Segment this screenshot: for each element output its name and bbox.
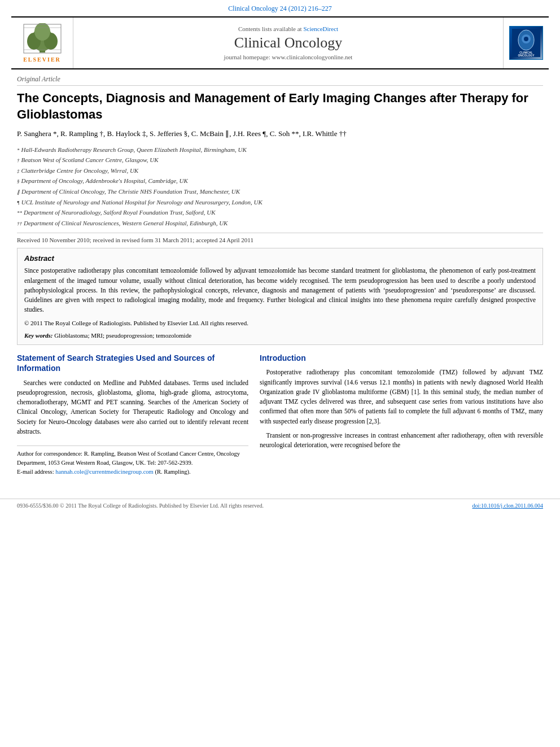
affil-text-6: UCL Institute of Neurology and National … [21, 198, 262, 208]
affil-sup-5: ‖ [17, 188, 20, 196]
abstract-section: Abstract Since postoperative radiotherap… [17, 248, 543, 345]
email-link[interactable]: hannah.cole@currentmedicinegroup.com [55, 469, 154, 475]
affil-text-3: Clatterbridge Centre for Oncology, Wirra… [21, 166, 139, 176]
affil-sup-3: ‡ [17, 167, 20, 175]
journal-logo-box: CLINICAL ONCOLOGY [509, 26, 543, 60]
affil-text-1: Hall-Edwards Radiotherapy Research Group… [21, 145, 247, 155]
science-direct-line: Contents lists available at ScienceDirec… [238, 25, 338, 32]
right-para-2: Transient or non-progressive increases i… [260, 431, 543, 451]
journal-homepage: journal homepage: www.clinicaloncologyon… [224, 54, 353, 60]
affil-sup-6: ¶ [17, 199, 20, 207]
affil-2: † Beatson West of Scotland Cancer Centre… [17, 155, 543, 165]
bottom-bar: 0936-6555/$36.00 © 2011 The Royal Colleg… [0, 499, 560, 512]
journal-title-header: Clinical Oncology [234, 34, 342, 51]
affiliations: * Hall-Edwards Radiotherapy Research Gro… [17, 145, 543, 229]
abstract-body: Since postoperative radiotherapy plus co… [24, 267, 536, 313]
journal-center-info: Contents lists available at ScienceDirec… [73, 18, 504, 68]
elsevier-logo: ELSEVIER [11, 18, 73, 68]
abstract-copyright: © 2011 The Royal College of Radiologists… [24, 318, 536, 328]
svg-point-4 [34, 23, 50, 41]
abstract-text: Since postoperative radiotherapy plus co… [24, 266, 536, 327]
affil-sup-1: * [17, 146, 20, 154]
affil-1: * Hall-Edwards Radiotherapy Research Gro… [17, 145, 543, 155]
section-label: Original Article [17, 75, 543, 86]
affil-text-5: Department of Clinical Oncology, The Chr… [21, 187, 240, 197]
article-title: The Concepts, Diagnosis and Management o… [17, 90, 543, 123]
affil-text-2: Beatson West of Scotland Cancer Centre, … [21, 155, 159, 165]
science-direct-link[interactable]: ScienceDirect [303, 25, 338, 32]
keywords-line: Key words: Glioblastoma; MRI; pseudoprog… [24, 332, 536, 339]
affil-8: †† Department of Clinical Neurosciences,… [17, 219, 543, 229]
svg-point-13 [524, 37, 528, 41]
affil-text-4: Department of Oncology, Addenbrooke's Ho… [21, 176, 188, 186]
two-col-section: Statement of Search Strategies Used and … [17, 353, 543, 476]
affil-sup-8: †† [17, 220, 22, 228]
citation-text: Clinical Oncology 24 (2012) 216–227 [228, 5, 331, 12]
affil-sup-7: ** [17, 209, 22, 217]
right-para-1: Postoperative radiotherapy plus concomit… [260, 368, 543, 426]
main-content: Original Article The Concepts, Diagnosis… [0, 69, 560, 487]
left-para-1: Searches were conducted on Medline and P… [17, 378, 248, 437]
keywords-text: Glioblastoma; MRI; pseudoprogression; te… [54, 332, 191, 339]
citation-bar: Clinical Oncology 24 (2012) 216–227 [0, 0, 560, 16]
affil-sup-2: † [17, 156, 20, 164]
left-col: Statement of Search Strategies Used and … [17, 353, 248, 476]
affil-6: ¶ UCL Institute of Neurology and Nationa… [17, 198, 543, 208]
svg-text:ONCOLOGY: ONCOLOGY [518, 54, 535, 57]
journal-logo-right: CLINICAL ONCOLOGY [504, 18, 549, 68]
right-section-heading: Introduction [260, 353, 543, 363]
affil-text-8: Department of Clinical Neurosciences, We… [24, 219, 228, 229]
affil-3: ‡ Clatterbridge Centre for Oncology, Wir… [17, 166, 543, 176]
affil-text-7: Department of Neuroradiology, Salford Ro… [24, 208, 215, 218]
affil-5: ‖ Department of Clinical Oncology, The C… [17, 187, 543, 197]
doi-link[interactable]: doi:10.1016/j.clon.2011.06.004 [473, 503, 543, 509]
footnote-line-1: Author for correspondence: R. Rampling, … [17, 449, 248, 468]
page-container: Clinical Oncology 24 (2012) 216–227 ELSE… [0, 0, 560, 747]
affil-4: § Department of Oncology, Addenbrooke's … [17, 176, 543, 186]
clinical-oncology-logo-icon: CLINICAL ONCOLOGY [512, 29, 540, 57]
received-line: Received 10 November 2010; received in r… [17, 233, 543, 243]
authors-line: P. Sanghera *, R. Rampling †, B. Haylock… [17, 128, 543, 139]
abstract-title: Abstract [24, 254, 536, 263]
left-section-body: Searches were conducted on Medline and P… [17, 378, 248, 437]
elsevier-brand-text: ELSEVIER [23, 56, 61, 63]
journal-header: ELSEVIER Contents lists available at Sci… [11, 16, 549, 69]
authors-text: P. Sanghera *, R. Rampling †, B. Haylock… [17, 129, 347, 138]
elsevier-tree-icon [23, 23, 62, 54]
right-section-body: Postoperative radiotherapy plus concomit… [260, 368, 543, 450]
footnote-text-1: Author for correspondence: R. Rampling, … [17, 451, 240, 466]
issn-text: 0936-6555/$36.00 © 2011 The Royal Colleg… [17, 503, 264, 509]
right-col: Introduction Postoperative radiotherapy … [260, 353, 543, 476]
left-section-heading: Statement of Search Strategies Used and … [17, 353, 248, 373]
affil-7: ** Department of Neuroradiology, Salford… [17, 208, 543, 218]
keywords-label: Key words: [24, 332, 53, 339]
footnote-section: Author for correspondence: R. Rampling, … [17, 445, 248, 476]
footnote-line-2: E-mail address: hannah.cole@currentmedic… [17, 468, 248, 477]
affil-sup-4: § [17, 177, 20, 185]
